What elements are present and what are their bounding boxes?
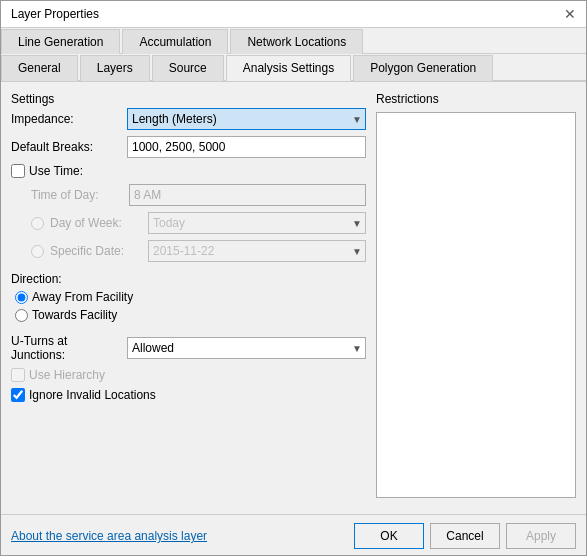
title-bar: Layer Properties ✕: [1, 1, 586, 28]
button-group: OK Cancel Apply: [354, 523, 576, 549]
time-of-day-label: Time of Day:: [31, 188, 123, 202]
impedance-row: Impedance: Length (Meters) ▼: [11, 108, 366, 130]
use-time-checkbox[interactable]: [11, 164, 25, 178]
tab-line-generation[interactable]: Line Generation: [1, 29, 120, 54]
u-turns-label: U-Turns at Junctions:: [11, 334, 121, 362]
default-breaks-label: Default Breaks:: [11, 140, 121, 154]
content-wrapper: Settings Impedance: Length (Meters) ▼: [1, 82, 586, 555]
use-hierarchy-label: Use Hierarchy: [29, 368, 105, 382]
apply-button[interactable]: Apply: [506, 523, 576, 549]
use-hierarchy-checkbox[interactable]: [11, 368, 25, 382]
left-panel: Settings Impedance: Length (Meters) ▼: [11, 92, 366, 498]
use-time-row: Use Time:: [11, 164, 366, 178]
close-button[interactable]: ✕: [564, 7, 576, 21]
ignore-invalid-checkbox[interactable]: [11, 388, 25, 402]
restrictions-title: Restrictions: [376, 92, 576, 106]
u-turns-select-wrapper: Allowed Not Allowed At Dead Ends Only ▼: [127, 337, 366, 359]
tabs-row-2: General Layers Source Analysis Settings …: [1, 54, 586, 82]
away-from-facility-row: Away From Facility: [11, 290, 366, 304]
tabs-row-1: Line Generation Accumulation Network Loc…: [1, 28, 586, 54]
tab-analysis-settings[interactable]: Analysis Settings: [226, 55, 351, 81]
time-of-day-input[interactable]: [129, 184, 366, 206]
specific-date-radio[interactable]: [31, 245, 44, 258]
impedance-select[interactable]: Length (Meters): [127, 108, 366, 130]
cancel-button[interactable]: Cancel: [430, 523, 500, 549]
restrictions-box: [376, 112, 576, 498]
away-from-facility-radio[interactable]: [15, 291, 28, 304]
tab-accumulation[interactable]: Accumulation: [122, 29, 228, 54]
tab-general[interactable]: General: [1, 55, 78, 81]
impedance-label: Impedance:: [11, 112, 121, 126]
day-of-week-select[interactable]: Today: [148, 212, 366, 234]
day-of-week-radio[interactable]: [31, 217, 44, 230]
towards-facility-label: Towards Facility: [32, 308, 117, 322]
direction-label: Direction:: [11, 272, 366, 286]
u-turns-row: U-Turns at Junctions: Allowed Not Allowe…: [11, 334, 366, 362]
ignore-invalid-label: Ignore Invalid Locations: [29, 388, 156, 402]
day-of-week-row: Day of Week: Today ▼: [11, 212, 366, 234]
day-of-week-select-wrapper: Today ▼: [148, 212, 366, 234]
tab-network-locations[interactable]: Network Locations: [230, 29, 363, 54]
use-hierarchy-row: Use Hierarchy: [11, 368, 366, 382]
service-area-link[interactable]: About the service area analysis layer: [11, 529, 207, 543]
settings-section-title: Settings: [11, 92, 366, 106]
tab-source[interactable]: Source: [152, 55, 224, 81]
tab-polygon-generation[interactable]: Polygon Generation: [353, 55, 493, 81]
towards-facility-radio[interactable]: [15, 309, 28, 322]
specific-date-label: Specific Date:: [50, 244, 142, 258]
impedance-select-wrapper: Length (Meters) ▼: [127, 108, 366, 130]
main-panels: Settings Impedance: Length (Meters) ▼: [11, 92, 576, 498]
ignore-invalid-row: Ignore Invalid Locations: [11, 388, 366, 402]
specific-date-select[interactable]: 2015-11-22: [148, 240, 366, 262]
use-time-label: Use Time:: [29, 164, 83, 178]
ok-button[interactable]: OK: [354, 523, 424, 549]
default-breaks-row: Default Breaks:: [11, 136, 366, 158]
time-of-day-row: Time of Day:: [11, 184, 366, 206]
u-turns-select[interactable]: Allowed Not Allowed At Dead Ends Only: [127, 337, 366, 359]
default-breaks-input[interactable]: [127, 136, 366, 158]
layer-properties-window: Layer Properties ✕ Line Generation Accum…: [0, 0, 587, 556]
specific-date-row: Specific Date: 2015-11-22 ▼: [11, 240, 366, 262]
content-area: Settings Impedance: Length (Meters) ▼: [1, 82, 586, 508]
window-title: Layer Properties: [11, 7, 99, 21]
right-panel: Restrictions: [376, 92, 576, 498]
away-from-facility-label: Away From Facility: [32, 290, 133, 304]
day-of-week-label: Day of Week:: [50, 216, 142, 230]
tab-layers[interactable]: Layers: [80, 55, 150, 81]
specific-date-select-wrapper: 2015-11-22 ▼: [148, 240, 366, 262]
bottom-bar: About the service area analysis layer OK…: [1, 514, 586, 555]
towards-facility-row: Towards Facility: [11, 308, 366, 322]
